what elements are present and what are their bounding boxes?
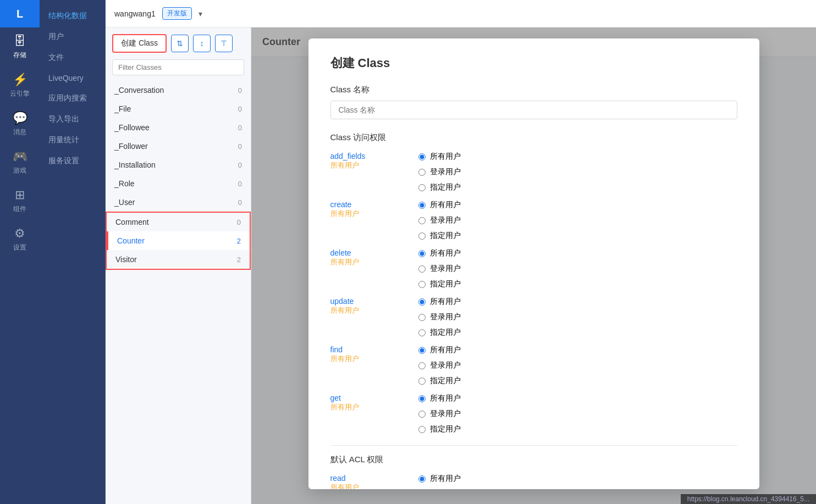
class-list: _Conversation0_File0_Followee0_Follower0…	[106, 81, 251, 504]
class-item[interactable]: _Conversation0	[106, 81, 251, 99]
acl-section: 默认 ACL 权限 read所有用户所有用户数据创建者（Owner）指定用户wr…	[330, 455, 737, 489]
text-nav-item-users[interactable]: 用户	[40, 26, 105, 47]
radio-option-find-0[interactable]: 所有用户	[418, 345, 461, 355]
class-count: 0	[238, 180, 242, 188]
storage-icon: 🗄	[14, 34, 26, 48]
perm-name-delete: delete	[330, 248, 418, 257]
class-name: _File	[114, 104, 131, 113]
create-class-modal: 创建 Class Class 名称 Class 访问权限 add_fields所…	[308, 38, 759, 489]
perm-row-find: find所有用户所有用户登录用户指定用户	[330, 345, 737, 386]
top-bar: wangwang1 开发版 ▾	[106, 0, 816, 27]
user-class-group: Comment0Counter2Visitor2	[106, 212, 251, 270]
perm-name-find: find	[330, 345, 418, 354]
perm-row-create: create所有用户所有用户登录用户指定用户	[330, 200, 737, 241]
text-sidebar: 结构化数据用户文件LiveQuery应用内搜索导入导出用量统计服务设置	[40, 0, 106, 504]
sidebar-item-message[interactable]: 💬消息	[0, 104, 40, 143]
radio-option-create-0[interactable]: 所有用户	[418, 200, 461, 210]
status-bar: https://blog.cn.leancloud.cn_4394416_5..…	[681, 494, 816, 504]
radio-option-delete-2[interactable]: 指定用户	[418, 279, 461, 289]
class-item[interactable]: _Follower0	[106, 137, 251, 156]
perm-sub-read: 所有用户	[330, 483, 418, 489]
perm-name-read: read	[330, 474, 418, 483]
env-badge: 开发版	[162, 7, 192, 20]
radio-option-find-1[interactable]: 登录用户	[418, 361, 461, 370]
radio-option-create-2[interactable]: 指定用户	[418, 231, 461, 241]
text-nav-item-files[interactable]: 文件	[40, 47, 105, 68]
order-icon[interactable]: ↕	[193, 35, 211, 52]
radio-option-update-1[interactable]: 登录用户	[418, 312, 461, 322]
class-panel-header: 创建 Class ⇅ ↕ ⊤	[106, 27, 251, 59]
main-area: wangwang1 开发版 ▾ 创建 Class ⇅ ↕ ⊤ _Conversa…	[106, 0, 816, 504]
radio-option-update-0[interactable]: 所有用户	[418, 297, 461, 307]
radio-option-get-0[interactable]: 所有用户	[418, 394, 461, 403]
perm-sub-delete: 所有用户	[330, 257, 418, 267]
perm-sub-add_fields: 所有用户	[330, 160, 418, 170]
radio-option-update-2[interactable]: 指定用户	[418, 328, 461, 337]
class-name: _Followee	[114, 123, 150, 132]
radio-option-delete-0[interactable]: 所有用户	[418, 248, 461, 258]
radio-option-add_fields-0[interactable]: 所有用户	[418, 152, 461, 162]
user-class-item[interactable]: Visitor2	[107, 250, 250, 269]
class-name: _Follower	[114, 142, 148, 151]
class-item[interactable]: _User0	[106, 193, 251, 212]
component-icon: ⊞	[15, 188, 25, 202]
sidebar-item-component[interactable]: ⊞组件	[0, 181, 40, 220]
sort-icon[interactable]: ⇅	[171, 35, 189, 52]
radio-option-create-1[interactable]: 登录用户	[418, 215, 461, 225]
radio-option-add_fields-2[interactable]: 指定用户	[418, 182, 461, 192]
filter-classes-input[interactable]	[112, 59, 244, 75]
permissions-label: Class 访问权限	[330, 132, 737, 143]
class-name: Comment	[115, 218, 149, 226]
perm-sub-get: 所有用户	[330, 402, 418, 412]
class-name-input[interactable]	[330, 101, 737, 119]
sidebar-item-settings[interactable]: ⚙设置	[0, 220, 40, 258]
sidebar-item-game[interactable]: 🎮游戏	[0, 143, 40, 181]
radio-option-find-2[interactable]: 指定用户	[418, 376, 461, 386]
class-count: 0	[238, 124, 242, 132]
radio-option-get-1[interactable]: 登录用户	[418, 409, 461, 419]
class-name: _Conversation	[114, 86, 164, 95]
text-nav-item-appsearch[interactable]: 应用内搜索	[40, 88, 105, 109]
user-class-item[interactable]: Counter2	[107, 231, 250, 250]
class-count: 0	[238, 86, 242, 95]
class-item[interactable]: _Role0	[106, 174, 251, 193]
perm-row-delete: delete所有用户所有用户登录用户指定用户	[330, 248, 737, 289]
class-name: _User	[114, 198, 135, 207]
text-nav-item-service[interactable]: 服务设置	[40, 151, 105, 171]
class-name: _Installation	[114, 160, 156, 169]
class-item[interactable]: _Followee0	[106, 118, 251, 137]
modal-overlay: 创建 Class Class 名称 Class 访问权限 add_fields所…	[251, 27, 816, 504]
sidebar-item-livequery[interactable]: ⚡云引擎	[0, 66, 40, 104]
class-count: 0	[238, 142, 242, 151]
user-class-item[interactable]: Comment0	[107, 213, 250, 231]
acl-label: 默认 ACL 权限	[330, 455, 737, 465]
create-class-button[interactable]: 创建 Class	[112, 34, 167, 53]
perm-sub-update: 所有用户	[330, 306, 418, 315]
filter-icon[interactable]: ⊤	[215, 35, 233, 52]
text-nav-item-usage[interactable]: 用量统计	[40, 130, 105, 151]
radio-option-add_fields-1[interactable]: 登录用户	[418, 167, 461, 177]
class-count: 0	[238, 105, 242, 113]
text-nav-item-structured[interactable]: 结构化数据	[40, 5, 105, 26]
radio-option-delete-1[interactable]: 登录用户	[418, 264, 461, 274]
sidebar-item-storage[interactable]: 🗄存储	[0, 27, 40, 66]
text-nav-item-importexport[interactable]: 导入导出	[40, 109, 105, 130]
permissions-section: Class 访问权限 add_fields所有用户所有用户登录用户指定用户cre…	[330, 132, 737, 434]
filter-input-wrap	[106, 59, 251, 81]
class-name: Visitor	[115, 255, 137, 264]
class-panel: 创建 Class ⇅ ↕ ⊤ _Conversation0_File0_Foll…	[106, 27, 251, 504]
username-label: wangwang1	[114, 9, 156, 18]
class-name: Counter	[117, 236, 145, 245]
message-icon: 💬	[13, 111, 27, 125]
radio-option-read-0[interactable]: 所有用户	[418, 474, 506, 484]
class-count: 0	[238, 198, 242, 207]
dropdown-arrow-icon[interactable]: ▾	[199, 9, 202, 18]
perm-name-add_fields: add_fields	[330, 152, 418, 160]
class-item[interactable]: _File0	[106, 99, 251, 118]
text-nav-item-livequery[interactable]: LiveQuery	[40, 68, 105, 88]
class-item[interactable]: _Installation0	[106, 156, 251, 174]
radio-option-get-2[interactable]: 指定用户	[418, 424, 461, 434]
data-panel: Counter 创建 Class Class 名称 Class 访问权限 add…	[251, 27, 816, 504]
class-count: 0	[237, 218, 241, 226]
perm-sub-find: 所有用户	[330, 354, 418, 364]
